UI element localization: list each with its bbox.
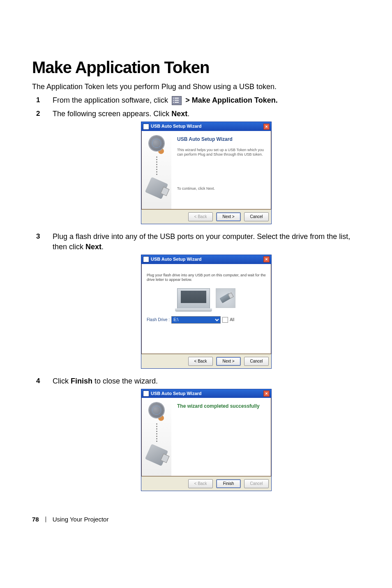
step-4: 4 Click Finish to close the wizard. USB … [32,376,360,492]
menu-icon [172,96,182,105]
wizard3-button-bar: < Back Finish Cancel [141,476,271,491]
wizard1-titlebar: USB Auto Setup Wizard × [141,122,271,131]
step-3-text-post: . [101,243,104,251]
step-2-number: 2 [36,109,40,119]
step-2-text-post: . [187,110,189,118]
wizard1-back-button: < Back [188,212,213,221]
page-title: Make Application Token [32,58,360,77]
wizard1-close-button[interactable]: × [263,124,270,130]
wizard2-flashdrive-label: Flash Drive : [147,317,170,323]
intro-text: The Application Token lets you perform P… [32,83,360,91]
step-4-number: 4 [36,376,40,386]
step-1-text-post: > Make Application Token. [185,96,278,104]
step-4-text-post: to close the wizard. [92,377,158,385]
wizard2-all-label: All [230,317,234,323]
wizard2-all-checkbox[interactable] [222,317,228,323]
wizard1-button-bar: < Back Next > Cancel [141,209,271,224]
wizard3-close-button[interactable]: × [263,390,270,397]
step-1-text-pre: From the application software, click [53,96,170,104]
step-3-number: 3 [36,232,40,241]
wizard1-app-icon [143,124,149,130]
step-4-text-pre: Click [53,377,71,385]
wizard3-title: USB Auto Setup Wizard [151,390,202,397]
step-2: 2 The following screen appears. Click Ne… [32,109,360,224]
wizard2-illustration [147,288,266,310]
step-3-bold: Next [85,243,101,251]
usb-auto-setup-wizard-1: USB Auto Setup Wizard × USB Auto Setup W [141,122,272,224]
step-2-text-pre: The following screen appears. Click [53,110,171,118]
wizard2-titlebar: USB Auto Setup Wizard × [141,255,271,264]
wizard3-titlebar: USB Auto Setup Wizard × [141,389,271,398]
wizard2-back-button[interactable]: < Back [188,357,213,366]
usb-auto-setup-wizard-3: USB Auto Setup Wizard × The wizard compl [141,389,272,491]
laptop-icon [177,288,210,310]
step-3: 3 Plug a flash drive into any of the USB… [32,232,360,369]
wizard1-side-image [142,131,171,209]
wizard2-app-icon [143,256,149,262]
wizard3-back-button: < Back [188,479,213,488]
wizard1-continue: To continue, click Next. [177,186,265,191]
wizard1-desc: This wizard helps you set up a USB Token… [177,148,265,157]
wizard3-heading: The wizard completed successfully [177,403,265,410]
wizard3-cancel-button: Cancel [244,479,269,488]
page-number: 78 [32,516,39,523]
wizard2-close-button[interactable]: × [263,256,270,262]
page-footer: 78 Using Your Projector [32,516,360,523]
wizard3-app-icon [143,390,149,397]
wizard2-button-bar: < Back Next > Cancel [141,354,271,368]
wizard3-side-image [142,398,171,476]
usb-token-icon [216,288,235,308]
footer-divider [46,517,46,522]
wizard2-next-button[interactable]: Next > [216,357,241,366]
step-1-number: 1 [36,95,40,105]
wizard2-cancel-button[interactable]: Cancel [244,357,269,366]
step-4-bold: Finish [71,377,92,385]
wizard2-desc: Plug your flash drive into any USB port … [147,273,266,283]
wizard2-flashdrive-select[interactable]: E:\ [171,316,221,324]
step-2-bold: Next [171,110,187,118]
wizard2-title: USB Auto Setup Wizard [151,256,202,262]
usb-auto-setup-wizard-2: USB Auto Setup Wizard × Plug your flash … [141,255,272,368]
footer-section: Using Your Projector [53,516,109,523]
wizard1-heading: USB Auto Setup Wizard [177,136,265,143]
wizard1-next-button[interactable]: Next > [216,212,241,221]
step-1: 1 From the application software, click >… [32,95,360,106]
wizard3-finish-button[interactable]: Finish [216,479,241,488]
wizard1-cancel-button[interactable]: Cancel [244,212,269,221]
wizard1-title: USB Auto Setup Wizard [151,123,202,129]
